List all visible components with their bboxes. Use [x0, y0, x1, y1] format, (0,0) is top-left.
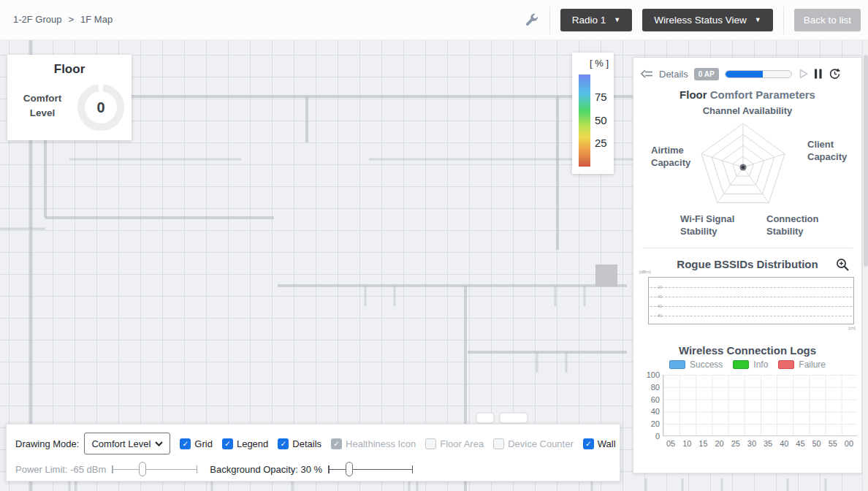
breadcrumb-group-link[interactable]: 1-2F Group — [13, 14, 61, 25]
checkbox-legend-box[interactable]: ✓ — [222, 438, 233, 449]
rogue-y-tick: -40 — [651, 294, 662, 299]
slider-end-tick — [412, 465, 414, 473]
slider-end-tick — [197, 465, 198, 473]
legend-unit-label: [ % ] — [590, 58, 609, 69]
wrench-icon[interactable] — [524, 12, 539, 28]
panel-header-icons — [799, 68, 841, 80]
checkbox-grid-label: Grid — [194, 438, 213, 449]
logs-x-tick: 05 — [663, 439, 679, 448]
failure-label: Failure — [799, 359, 826, 370]
logs-x-tick: 40 — [776, 439, 792, 448]
logs-x-tick: 50 — [809, 439, 825, 448]
connection-logs-chart — [663, 375, 857, 436]
checkbox-floor-area-label: Floor Area — [440, 438, 484, 449]
breadcrumb-current-page: 1F Map — [80, 14, 113, 25]
color-gradient-bar — [579, 75, 590, 167]
breadcrumb: 1-2F Group > 1F Map — [13, 14, 113, 25]
background-opacity-slider-thumb[interactable] — [346, 462, 353, 476]
map-handle — [500, 413, 528, 423]
color-scale-legend: [ % ] 75 50 25 — [572, 53, 614, 174]
logs-x-tick: 45 — [792, 439, 808, 448]
legend-item-success: Success — [669, 359, 723, 370]
checkbox-legend[interactable]: ✓ Legend — [222, 438, 268, 449]
checkbox-floor-area-box — [425, 438, 436, 449]
logs-y-tick: 40 — [638, 407, 660, 416]
background-opacity-label: Background Opacity: 30 % — [210, 464, 322, 475]
details-panel-header: Details 0 AP — [641, 65, 856, 83]
divider — [783, 7, 784, 34]
checkbox-device-counter-box — [493, 438, 504, 449]
map-control-bar: Drawing Mode: Comfort Level ✓ Grid ✓ Leg… — [6, 424, 620, 482]
logs-x-tick: 20 — [712, 439, 728, 448]
legend-tick-50: 50 — [595, 114, 612, 126]
checkbox-wall-label: Wall — [598, 438, 616, 449]
info-label: Info — [753, 359, 768, 370]
checkbox-grid[interactable]: ✓ Grid — [180, 438, 213, 449]
logs-x-axis: 05 10 15 20 25 30 35 40 45 50 55 00 — [663, 439, 857, 448]
radar-axis-airtime-capacity: Airtime Capacity — [651, 144, 699, 169]
slider-end-tick — [328, 465, 330, 473]
pause-icon[interactable] — [815, 69, 822, 79]
top-bar: 1-2F Group > 1F Map Radio 1 ▼ Wireless S… — [0, 0, 868, 40]
back-to-list-button[interactable]: Back to list — [794, 9, 861, 31]
details-label: Details — [659, 69, 688, 80]
checkbox-wall[interactable]: ✓ Wall — [583, 438, 616, 449]
check-icon: ✓ — [333, 439, 340, 448]
refresh-history-icon[interactable] — [829, 68, 841, 80]
view-select-button[interactable]: Wireless Status View ▼ — [642, 9, 772, 31]
display-options-row: Drawing Mode: Comfort Level ✓ Grid ✓ Leg… — [15, 432, 615, 455]
logs-y-tick: 20 — [638, 419, 660, 428]
zoom-in-icon[interactable] — [836, 258, 850, 275]
failure-swatch — [778, 360, 794, 369]
radar-chart-title: Floor Comfort Parameters — [633, 88, 861, 101]
drawing-mode-select[interactable]: Comfort Level — [84, 433, 170, 454]
logs-x-tick: 55 — [825, 439, 841, 448]
checkbox-grid-box[interactable]: ✓ — [180, 438, 191, 449]
checkbox-wall-box[interactable]: ✓ — [583, 438, 594, 449]
logs-y-tick: 60 — [638, 395, 660, 404]
power-limit-slider-thumb[interactable] — [139, 462, 146, 476]
slider-end-tick — [112, 465, 113, 473]
slider-track[interactable] — [328, 469, 413, 471]
logs-x-tick: 00 — [841, 439, 857, 448]
info-swatch — [733, 360, 749, 369]
back-to-list-label: Back to list — [804, 15, 851, 26]
checkbox-details[interactable]: ✓ Details — [278, 438, 321, 449]
section-divider — [642, 248, 853, 248]
scrollbar-thumb[interactable] — [864, 55, 868, 267]
rogue-y-tick: -60 — [651, 304, 662, 308]
rogue-y-axis-unit: [dBm] — [639, 270, 651, 274]
logs-y-tick: 80 — [638, 383, 660, 392]
checkbox-details-box[interactable]: ✓ — [278, 438, 289, 449]
ap-count-badge: 0 AP — [694, 68, 719, 80]
success-swatch — [669, 360, 685, 369]
legend-item-info: Info — [733, 359, 768, 370]
sliders-row: Power Limit: -65 dBm Background Opacity:… — [15, 460, 413, 479]
radio-select-button[interactable]: Radio 1 ▼ — [560, 9, 632, 31]
rogue-y-tick: -20 — [651, 285, 662, 289]
power-limit-slider[interactable] — [112, 462, 197, 476]
radar-axis-wifi-signal-stability: Wi-Fi Signal Stability — [680, 213, 753, 237]
drawing-mode-value: Comfort Level — [91, 438, 151, 449]
breadcrumb-separator: > — [68, 14, 74, 25]
rogue-bssids-title: Rogue BSSIDs Distribution — [633, 258, 861, 270]
radar-axis-connection-stability: Connection Stability — [766, 213, 832, 237]
connection-logs-legend: Success Info Failure — [633, 359, 861, 370]
highlighted-map-cell — [595, 264, 617, 286]
radar-axis-channel-availability: Channel Availability — [633, 104, 861, 117]
play-icon[interactable] — [799, 69, 808, 79]
power-limit-label: Power Limit: -65 dBm — [15, 464, 106, 475]
gridline — [650, 316, 852, 316]
radar-axis-client-capacity: Client Capacity — [807, 138, 859, 163]
chevron-down-icon: ▼ — [614, 17, 620, 23]
floor-card-title: Floor — [7, 62, 132, 77]
collapse-panel-icon[interactable] — [641, 69, 653, 79]
background-opacity-slider[interactable] — [328, 462, 413, 476]
rogue-x-axis-unit: [ch] — [848, 326, 856, 330]
logs-x-tick: 35 — [760, 439, 776, 448]
check-icon: ✓ — [280, 439, 286, 448]
comfort-level-value: 0 — [77, 84, 124, 131]
slider-track[interactable] — [112, 469, 197, 471]
logs-y-tick: 100 — [638, 370, 660, 379]
scrollbar[interactable] — [862, 40, 868, 491]
